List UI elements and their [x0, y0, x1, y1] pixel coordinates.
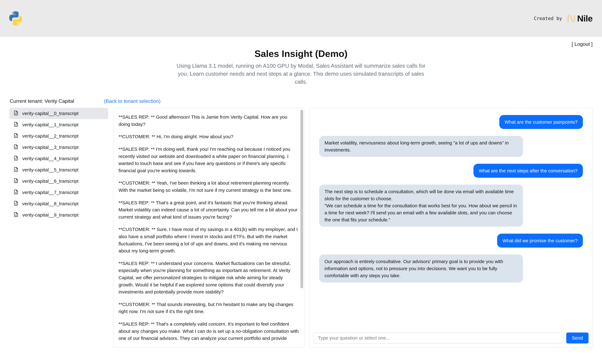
document-icon [13, 167, 19, 173]
transcript-paragraph: **SALES REP: ** I'm doing well, thank yo… [118, 146, 299, 174]
sidebar-item-transcript[interactable]: verity-capital__6_transcript [9, 176, 108, 187]
document-icon [13, 110, 19, 117]
sidebar-item-label: verity-capital__5_transcript [22, 167, 78, 173]
chat-panel: What are the customer painpoints?Market … [310, 108, 593, 348]
main-columns: verity-capital__0_transcriptverity-capit… [9, 108, 593, 348]
topbar: Created by Nile [0, 0, 602, 37]
document-icon [13, 201, 19, 207]
transcript-panel: **SALES REP: ** Good afternoon! This is … [113, 108, 304, 348]
document-icon [13, 122, 19, 128]
logout-link[interactable]: [ Logout ] [572, 41, 593, 47]
page-title: Sales Insight (Demo) [9, 48, 593, 59]
sidebar-item-label: verity-capital__2_transcript [22, 133, 78, 139]
chat-message-user: What are the next steps after the conver… [473, 164, 583, 178]
document-icon [13, 144, 19, 150]
send-button[interactable]: Send [566, 333, 589, 343]
sidebar-item-label: verity-capital__9_transcript [22, 212, 78, 218]
chat-message-user: What are the customer painpoints? [499, 115, 583, 129]
nile-brand-name: Nile [577, 13, 593, 23]
transcript-paragraph: **CUSTOMER: ** Hi, I'm doing alright. Ho… [118, 133, 299, 140]
transcript-paragraph: **SALES REP: ** I understand your concer… [118, 260, 299, 296]
sidebar-item-label: verity-capital__1_transcript [22, 122, 78, 127]
transcript-sidebar: verity-capital__0_transcriptverity-capit… [9, 108, 108, 348]
back-to-tenant-link[interactable]: (Back to tenant selection) [104, 98, 161, 104]
nile-logo: Nile [567, 13, 593, 23]
created-by-wrap: Created by Nile [534, 13, 593, 23]
created-by-label: Created by [534, 16, 562, 21]
sidebar-item-label: verity-capital__7_transcript [22, 190, 78, 195]
sidebar-item-label: verity-capital__4_transcript [22, 156, 78, 161]
app-shell: Created by Nile [ Logout ] Sales Insight… [0, 0, 602, 364]
document-icon [13, 212, 19, 218]
sidebar-item-transcript[interactable]: verity-capital__1_transcript [9, 119, 108, 130]
chat-input-row: Send [310, 329, 592, 347]
chat-message-user: What did we promise the customer? [497, 234, 583, 248]
transcript-paragraph: **CUSTOMER: ** Yeah, I've been thinking … [118, 179, 299, 194]
title-block: Sales Insight (Demo) Using Llama 3.1 mod… [9, 48, 593, 86]
sidebar-item-transcript[interactable]: verity-capital__9_transcript [9, 209, 108, 221]
document-icon [13, 156, 19, 162]
document-icon [13, 189, 19, 196]
chat-message-assistant: Our approach is entirely consultative. O… [319, 254, 523, 282]
transcript-paragraph: **SALES REP: ** That's a great point, an… [118, 199, 299, 221]
sidebar-item-label: verity-capital__8_transcript [22, 201, 78, 206]
nile-mark-icon [567, 14, 576, 23]
sidebar-item-transcript[interactable]: verity-capital__2_transcript [9, 130, 108, 142]
document-icon [13, 133, 19, 139]
sidebar-item-label: verity-capital__0_transcript [22, 111, 78, 116]
sidebar-item-transcript[interactable]: verity-capital__3_transcript [9, 142, 108, 153]
logout-row: [ Logout ] [9, 37, 593, 47]
transcript-paragraph: **SALES REP: ** Good afternoon! This is … [118, 114, 299, 128]
sidebar-item-transcript[interactable]: verity-capital__8_transcript [9, 198, 108, 209]
current-tenant-label: Current tenant: Verity Capital [10, 98, 74, 104]
sidebar-item-transcript[interactable]: verity-capital__5_transcript [9, 164, 108, 176]
sidebar-item-transcript[interactable]: verity-capital__4_transcript [9, 153, 108, 164]
sidebar-item-label: verity-capital__6_transcript [22, 178, 78, 184]
sidebar-item-transcript[interactable]: verity-capital__7_transcript [9, 187, 108, 198]
scrollbar-thumb[interactable] [300, 110, 303, 288]
sidebar-item-label: verity-capital__3_transcript [22, 145, 78, 150]
transcript-paragraph: **CUSTOMER: ** Sure. I have most of my s… [118, 226, 299, 254]
transcript-paragraph: **SALES REP: ** That's a completely vali… [118, 321, 299, 342]
page-subtitle: Using Llama 3.1 model, running on A100 G… [176, 62, 426, 86]
transcript-content: **SALES REP: ** Good afternoon! This is … [118, 114, 299, 342]
document-icon [13, 178, 19, 184]
python-logo-icon [8, 11, 23, 26]
chat-messages: What are the customer painpoints?Market … [310, 108, 592, 329]
sidebar-item-transcript[interactable]: verity-capital__0_transcript [9, 108, 108, 119]
content-area: [ Logout ] Sales Insight (Demo) Using Ll… [0, 37, 602, 348]
chat-message-assistant: The next step is to schedule a consultat… [319, 185, 523, 227]
chat-message-assistant: Market volatility, nervousness about lon… [319, 136, 523, 157]
transcript-paragraph: **CUSTOMER: ** That sounds interesting, … [118, 301, 299, 315]
tenant-row: Current tenant: Verity Capital (Back to … [9, 98, 593, 104]
chat-input[interactable] [313, 333, 563, 343]
